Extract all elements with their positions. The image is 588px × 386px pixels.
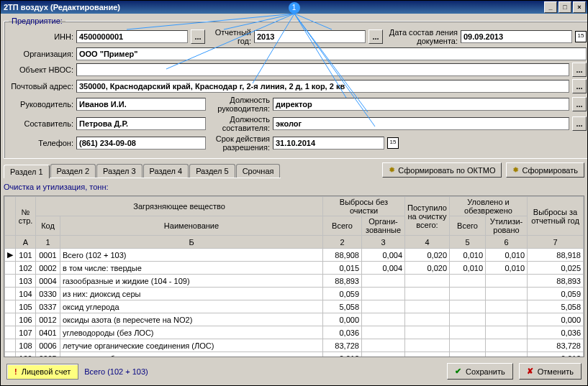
enterprise-group: Предприятие: ИНН: ... Отчетный год: ... … bbox=[4, 17, 587, 159]
gear-icon: ✹ bbox=[389, 165, 395, 175]
inn-input[interactable] bbox=[76, 30, 188, 43]
permexp-label: Срок действия разрешения: bbox=[209, 134, 270, 152]
phone-input[interactable] bbox=[76, 137, 206, 150]
headpos-lookup-button[interactable]: ... bbox=[572, 97, 587, 111]
tab-1[interactable]: Раздел 2 bbox=[50, 164, 96, 178]
col-rownum: № стр. bbox=[16, 197, 36, 236]
org-input[interactable] bbox=[76, 47, 587, 60]
headpos-input[interactable] bbox=[273, 98, 569, 111]
org-label: Организация: bbox=[9, 50, 73, 58]
phone-label: Телефон: bbox=[9, 139, 73, 147]
year-lookup-button[interactable]: ... bbox=[368, 29, 383, 44]
table-row[interactable]: 1050337оксид углерода5,0585,058 bbox=[5, 300, 584, 313]
table-row[interactable]: 1030004газообразные и жидкие (104 - 109)… bbox=[5, 275, 584, 288]
tab-5[interactable]: Срочная bbox=[236, 164, 281, 178]
addr-lookup-button[interactable]: ... bbox=[572, 79, 587, 93]
comp-input[interactable] bbox=[76, 117, 206, 130]
table-row[interactable]: 1020002в том числе: твердые0,0150,0040,0… bbox=[5, 262, 584, 275]
col-utilized: Утилизи- ровано bbox=[486, 216, 528, 236]
addr-label: Почтовый адрес: bbox=[9, 82, 73, 91]
comp-label: Составитель: bbox=[9, 119, 73, 128]
col-name: Наименование bbox=[60, 216, 323, 236]
year-input[interactable] bbox=[254, 30, 366, 43]
close-button[interactable]: × bbox=[573, 1, 586, 13]
nvos-input[interactable] bbox=[76, 63, 569, 76]
head-label: Руководитель: bbox=[9, 100, 73, 109]
nvos-label: Объект НВОС: bbox=[9, 65, 73, 74]
form-label: Сформировать bbox=[522, 166, 578, 175]
col-toclean: Поступило на очистку всего: bbox=[405, 197, 450, 236]
col-noclean: Выбросы без очистки bbox=[323, 197, 405, 216]
table-row[interactable]: 1070401углеводороды (без ЛОС)0,0360,036 bbox=[5, 326, 584, 339]
tab-2[interactable]: Раздел 3 bbox=[96, 164, 143, 178]
comppos-lookup-button[interactable]: ... bbox=[572, 116, 587, 131]
table-row[interactable]: 1040330из них: диоксид серы0,0590,059 bbox=[5, 288, 584, 300]
account-label: Лицевой счет bbox=[22, 367, 71, 376]
save-label: Сохранить bbox=[466, 367, 505, 376]
enterprise-legend: Предприятие: bbox=[9, 17, 65, 25]
table-row[interactable]: 1080006летучие органические соединения (… bbox=[5, 339, 584, 352]
maximize-button[interactable]: □ bbox=[558, 1, 571, 13]
comppos-label: Должность составителя: bbox=[209, 115, 270, 132]
check-icon: ✔ bbox=[455, 367, 461, 376]
docdate-calendar-icon[interactable]: 15 bbox=[575, 31, 587, 42]
nvos-lookup-button[interactable]: ... bbox=[572, 63, 587, 77]
gear-icon: ✹ bbox=[512, 165, 519, 175]
col-code: Код bbox=[36, 216, 60, 236]
cross-icon: ✘ bbox=[527, 367, 533, 376]
addr-input[interactable] bbox=[76, 80, 569, 93]
tab-3[interactable]: Раздел 4 bbox=[143, 164, 189, 178]
window-title: 2ТП воздух (Редактирование) bbox=[2, 3, 543, 12]
table-row[interactable]: 1090005прочие газообразные и жидкие0,012… bbox=[5, 352, 584, 358]
form-oktmo-button[interactable]: ✹Сформировать по ОКТМО bbox=[382, 162, 502, 178]
year-label: Отчетный год: bbox=[208, 28, 251, 45]
inn-lookup-button[interactable]: ... bbox=[191, 29, 205, 44]
tabs: Раздел 1Раздел 2Раздел 3Раздел 4Раздел 5… bbox=[4, 162, 281, 178]
col-pollutant: Загрязняющее вещество bbox=[36, 197, 323, 216]
col-organized: Органи- зованные bbox=[362, 216, 405, 236]
form-oktmo-label: Сформировать по ОКТМО bbox=[398, 166, 495, 175]
docdate-label: Дата состав ления документа: bbox=[386, 28, 458, 45]
headpos-label: Должность руководителя: bbox=[209, 96, 270, 113]
annotation-badge: 1 bbox=[289, 2, 300, 14]
data-grid[interactable]: № стр. Загрязняющее вещество Выбросы без… bbox=[4, 196, 584, 357]
comppos-input[interactable] bbox=[273, 117, 569, 130]
form-button[interactable]: ✹Сформировать bbox=[506, 162, 584, 178]
inn-label: ИНН: bbox=[9, 32, 73, 41]
docdate-input[interactable] bbox=[461, 30, 572, 43]
cancel-label: Отменить bbox=[538, 367, 574, 376]
table-row[interactable]: ▶1010001Всего (102 + 103)88,9080,0040,02… bbox=[5, 249, 584, 262]
col-total1: Всего bbox=[323, 216, 362, 236]
permexp-input[interactable] bbox=[273, 137, 384, 150]
col-total2: Всего bbox=[450, 216, 486, 236]
exclamation-icon: ! bbox=[14, 367, 17, 376]
table-row[interactable]: 1060012оксиды азота (в пересчете на NO2)… bbox=[5, 313, 584, 326]
col-captured: Уловлено и обезврежено bbox=[450, 197, 528, 216]
tab-4[interactable]: Раздел 5 bbox=[189, 164, 235, 178]
save-button[interactable]: ✔Сохранить bbox=[447, 363, 513, 380]
tab-0[interactable]: Раздел 1 bbox=[4, 165, 50, 178]
account-button[interactable]: !Лицевой счет bbox=[6, 364, 78, 380]
section-subtitle: Очистка и утилизация, тонн: bbox=[4, 183, 584, 191]
permexp-calendar-icon[interactable]: 15 bbox=[387, 137, 399, 149]
cancel-button[interactable]: ✘Отменить bbox=[519, 363, 582, 380]
minimize-button[interactable]: _ bbox=[544, 1, 557, 13]
footer-hint: Всего (102 + 103) bbox=[84, 367, 148, 376]
head-input[interactable] bbox=[76, 98, 206, 111]
col-yearemit: Выбросы за отчетный год bbox=[528, 197, 584, 236]
